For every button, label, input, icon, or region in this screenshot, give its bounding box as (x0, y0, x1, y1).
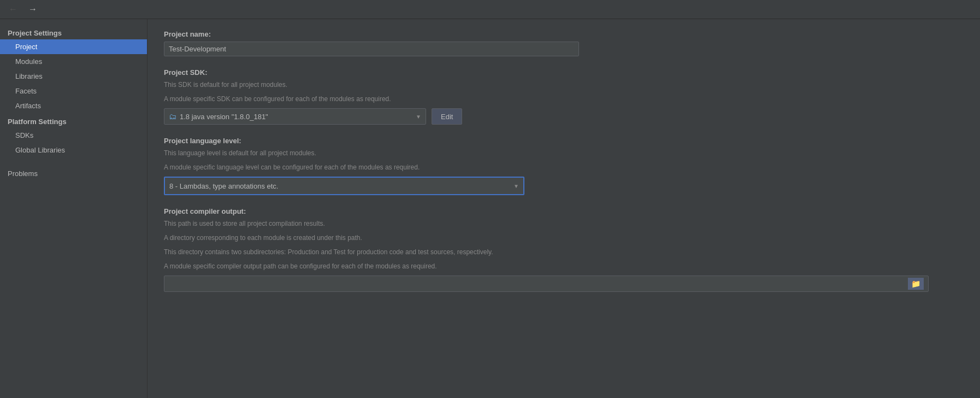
sidebar-item-global-libraries[interactable]: Global Libraries (0, 143, 147, 157)
main-layout: Project Settings Project Modules Librari… (0, 19, 980, 398)
sidebar-item-project[interactable]: Project (0, 39, 147, 54)
language-level-dropdown-arrow-icon: ▼ (513, 183, 519, 189)
language-level-dropdown[interactable]: 8 - Lambdas, type annotations etc. ▼ (164, 177, 524, 195)
top-nav: ← → (0, 0, 980, 19)
sidebar-item-modules[interactable]: Modules (0, 54, 147, 69)
project-compiler-output-section: Project compiler output: This path is us… (164, 207, 964, 292)
compiler-output-folder-button[interactable]: 📁 (908, 278, 924, 290)
language-level-value: 8 - Lambdas, type annotations etc. (169, 182, 278, 190)
project-name-label: Project name: (164, 30, 964, 38)
project-sdk-section: Project SDK: This SDK is default for all… (164, 68, 964, 125)
sidebar-item-problems[interactable]: Problems (0, 166, 147, 181)
project-language-level-desc1: This language level is default for all p… (164, 148, 964, 158)
sdk-row: 🗂 1.8 java version "1.8.0_181" ▼ Edit (164, 108, 964, 125)
sidebar-item-libraries[interactable]: Libraries (0, 69, 147, 84)
edit-button[interactable]: Edit (432, 108, 462, 125)
sdk-folder-icon: 🗂 (169, 112, 176, 121)
project-name-input[interactable] (164, 42, 579, 56)
project-sdk-label: Project SDK: (164, 68, 964, 77)
sidebar-item-sdks[interactable]: SDKs (0, 128, 147, 143)
project-settings-section-title: Project Settings (0, 25, 147, 39)
project-sdk-desc2: A module specific SDK can be configured … (164, 94, 964, 104)
sidebar: Project Settings Project Modules Librari… (0, 19, 147, 398)
project-compiler-output-desc1: This path is used to store all project c… (164, 219, 964, 229)
sidebar-item-artifacts[interactable]: Artifacts (0, 98, 147, 113)
sidebar-item-facets[interactable]: Facets (0, 84, 147, 98)
compiler-output-input-row: 📁 (164, 276, 929, 292)
content-area: Project name: Project SDK: This SDK is d… (147, 19, 980, 398)
back-button[interactable]: ← (5, 3, 21, 15)
forward-button[interactable]: → (25, 3, 40, 15)
sdk-value: 1.8 java version "1.8.0_181" (180, 113, 268, 121)
project-language-level-label: Project language level: (164, 137, 964, 145)
project-name-section: Project name: (164, 30, 964, 56)
project-compiler-output-desc3: This directory contains two subdirectori… (164, 247, 964, 257)
sdk-dropdown-arrow-icon: ▼ (416, 114, 421, 120)
project-compiler-output-desc2: A directory corresponding to each module… (164, 233, 964, 243)
project-sdk-desc1: This SDK is default for all project modu… (164, 80, 964, 90)
project-compiler-output-label: Project compiler output: (164, 207, 964, 215)
project-compiler-output-desc4: A module specific compiler output path c… (164, 261, 964, 271)
platform-settings-section-title: Platform Settings (0, 113, 147, 128)
sdk-dropdown[interactable]: 🗂 1.8 java version "1.8.0_181" ▼ (164, 108, 426, 125)
project-language-level-section: Project language level: This language le… (164, 137, 964, 195)
sdk-dropdown-inner: 🗂 1.8 java version "1.8.0_181" (169, 112, 268, 121)
folder-icon: 📁 (911, 279, 920, 288)
project-language-level-desc2: A module specific language level can be … (164, 162, 964, 172)
